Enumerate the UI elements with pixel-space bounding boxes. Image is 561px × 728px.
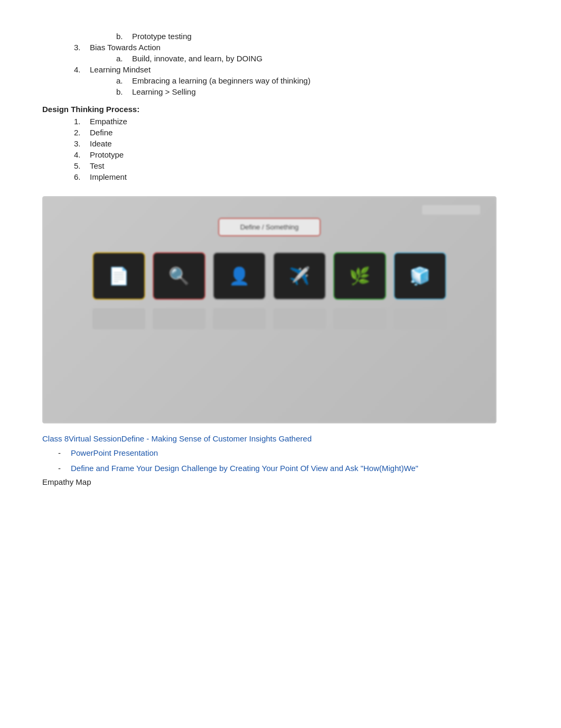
design-thinking-list: 1. Empathize 2. Define 3. Ideate 4. Prot…	[42, 117, 518, 181]
slide-icon-4: ✈️	[273, 252, 326, 300]
link-dash-1: -	[58, 447, 71, 459]
list-item: 6. Implement	[42, 172, 518, 181]
slide-bottom-row	[92, 308, 446, 329]
list-text: Prototype	[90, 150, 124, 159]
list-letter: b.	[116, 87, 132, 96]
slide-bottom-box-3	[213, 308, 266, 329]
list-text: Empathize	[90, 117, 127, 126]
list-text: Prototype testing	[132, 32, 192, 41]
powerpoint-link[interactable]: PowerPoint Presentation	[71, 447, 158, 459]
list-text: Bias Towards Action	[90, 43, 161, 52]
list-item: 4. Learning Mindset	[42, 65, 518, 74]
outline-level1: 3. Bias Towards Action a. Build, innovat…	[42, 43, 518, 96]
list-num: 3.	[74, 139, 90, 148]
define-frame-link[interactable]: Define and Frame Your Design Challenge b…	[71, 463, 418, 475]
list-text: Define	[90, 128, 113, 137]
list-item: 2. Define	[42, 128, 518, 137]
list-letter: b.	[116, 32, 132, 41]
design-thinking-heading: Design Thinking Process:	[42, 105, 518, 114]
outline-top-level2: b. Prototype testing	[42, 32, 518, 41]
main-content: b. Prototype testing 3. Bias Towards Act…	[42, 32, 518, 486]
list-text: Test	[90, 161, 105, 170]
list-num: 6.	[74, 172, 90, 181]
link-item-1: - PowerPoint Presentation	[42, 447, 518, 459]
slide-image: Define / Something 📄 🔍 👤 ✈️ 🌿 🧊	[42, 196, 497, 423]
slide-top-box: Define / Something	[218, 218, 321, 236]
list-item: 3. Ideate	[42, 139, 518, 148]
slide-icon-1: 📄	[92, 252, 145, 300]
list-item: 1. Empathize	[42, 117, 518, 126]
list-num: 4.	[74, 150, 90, 159]
slide-icon-2: 🔍	[153, 252, 205, 300]
link-dash-2: -	[58, 463, 71, 475]
slide-icon-6: 🧊	[394, 252, 446, 300]
slide-inner: Define / Something 📄 🔍 👤 ✈️ 🌿 🧊	[43, 197, 496, 423]
list-num: 2.	[74, 128, 90, 137]
list-item: 5. Test	[42, 161, 518, 170]
list-item: b. Prototype testing	[42, 32, 518, 41]
slide-bottom-box-2	[153, 308, 205, 329]
list-text: Implement	[90, 172, 127, 181]
list-text: Learning Mindset	[90, 65, 151, 74]
list-letter: a.	[116, 76, 132, 85]
list-text: Ideate	[90, 139, 112, 148]
list-text: Build, innovate, and learn, by DOING	[132, 54, 263, 63]
slide-bottom-box-1	[92, 308, 145, 329]
slide-icons-row: 📄 🔍 👤 ✈️ 🌿 🧊	[92, 252, 446, 300]
list-text: Embracing a learning (a beginners way of…	[132, 76, 311, 85]
slide-top-right-bar	[422, 205, 480, 215]
list-num: 3.	[74, 43, 90, 52]
list-letter: a.	[116, 54, 132, 63]
slide-bottom-box-6	[394, 308, 446, 329]
slide-icon-3: 👤	[213, 252, 266, 300]
class-heading[interactable]: Class 8Virtual SessionDefine - Making Se…	[42, 434, 312, 443]
link-item-2: - Define and Frame Your Design Challenge…	[42, 463, 518, 475]
list-item: 4. Prototype	[42, 150, 518, 159]
slide-icon-5: 🌿	[333, 252, 386, 300]
list-item: a. Embracing a learning (a beginners way…	[42, 76, 518, 85]
slide-bottom-box-4	[273, 308, 326, 329]
list-num: 5.	[74, 161, 90, 170]
slide-top-box-text: Define / Something	[240, 223, 299, 231]
empathy-map-label: Empathy Map	[42, 477, 518, 486]
list-text: Learning > Selling	[132, 87, 196, 96]
list-num: 1.	[74, 117, 90, 126]
slide-bottom-box-5	[333, 308, 386, 329]
list-item: a. Build, innovate, and learn, by DOING	[42, 54, 518, 63]
list-item: b. Learning > Selling	[42, 87, 518, 96]
links-section: Class 8Virtual SessionDefine - Making Se…	[42, 434, 518, 486]
list-num: 4.	[74, 65, 90, 74]
list-item: 3. Bias Towards Action	[42, 43, 518, 52]
